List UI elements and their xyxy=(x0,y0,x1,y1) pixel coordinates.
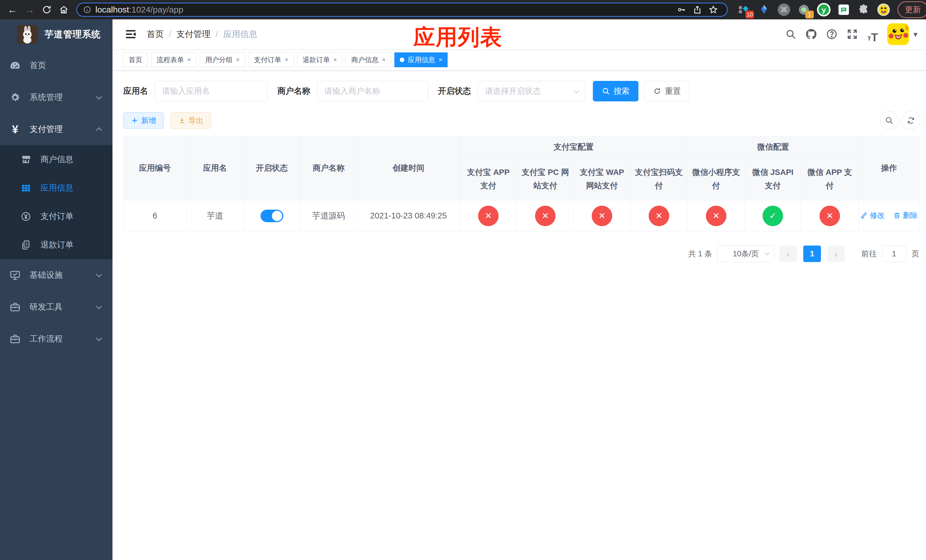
browser-home-button[interactable] xyxy=(55,2,72,17)
app-name-input[interactable] xyxy=(155,81,268,101)
show-search-button[interactable] xyxy=(880,111,899,130)
sidebar-item-label: 研发工具 xyxy=(30,301,63,313)
sidebar-subitem-app-info[interactable]: 应用信息 xyxy=(0,174,112,202)
github-link[interactable] xyxy=(803,26,820,42)
col-wechat-app: 微信 APP 支付 xyxy=(801,158,859,200)
sidebar-subitem-pay-order[interactable]: 支付订单 xyxy=(0,202,112,231)
browser-profile-avatar[interactable] xyxy=(875,2,892,18)
chat-icon xyxy=(837,3,850,16)
tab-refund-order[interactable]: 退款订单× xyxy=(297,52,342,67)
gear-icon xyxy=(9,92,22,103)
bookmark-star-button[interactable] xyxy=(705,3,721,16)
sidebar-item-system[interactable]: 系统管理 xyxy=(0,82,112,114)
extension-pinned-tabs[interactable]: 10 xyxy=(736,2,752,18)
extension-recorder[interactable]: 1 xyxy=(796,2,812,18)
sidebar-item-payment[interactable]: ¥ 支付管理 xyxy=(0,114,112,145)
sidebar-item-label: 退款订单 xyxy=(41,239,73,251)
close-icon[interactable]: × xyxy=(333,56,337,64)
extension-kite[interactable] xyxy=(756,2,772,18)
browser-reload-button[interactable] xyxy=(38,2,55,17)
sidebar-item-home[interactable]: 首页 xyxy=(0,50,112,82)
user-avatar[interactable] xyxy=(887,23,909,45)
sidebar-subitem-refund-order[interactable]: 退款订单 xyxy=(0,231,112,259)
hamburger-icon xyxy=(124,28,137,41)
tab-user-group[interactable]: 用户分组× xyxy=(200,52,245,67)
cell-merchant: 芋道源码 xyxy=(300,200,357,232)
download-icon xyxy=(178,117,186,124)
col-created: 创建时间 xyxy=(357,136,460,200)
cell-app-id: 6 xyxy=(124,200,186,232)
refresh-table-button[interactable] xyxy=(902,111,920,130)
extension-y-green[interactable]: y xyxy=(816,2,832,18)
next-page-button[interactable]: › xyxy=(827,245,845,262)
merchant-name-input[interactable] xyxy=(317,81,428,101)
red-annotation-title: 应用列表 xyxy=(413,23,502,52)
main-content: 应用名 商户名称 开启状态 请选择开启状态 搜索 重置 新增 导出 xyxy=(112,71,926,560)
browser-back-button[interactable]: ← xyxy=(4,2,21,17)
search-button[interactable]: 搜索 xyxy=(593,81,639,101)
filter-form: 应用名 商户名称 开启状态 请选择开启状态 搜索 重置 xyxy=(123,81,920,101)
refresh-icon xyxy=(653,87,661,95)
close-icon[interactable]: × xyxy=(285,56,289,64)
extensions-puzzle-menu[interactable] xyxy=(855,2,872,18)
help-doc-button[interactable] xyxy=(823,26,840,42)
sidebar-item-label: 基础设施 xyxy=(30,269,63,281)
site-info-icon[interactable] xyxy=(83,5,91,14)
search-icon xyxy=(602,87,610,95)
pay-order-icon xyxy=(20,211,32,222)
export-button[interactable]: 导出 xyxy=(171,112,211,129)
add-button[interactable]: 新增 xyxy=(123,112,164,129)
enabled-toggle[interactable] xyxy=(260,210,283,222)
active-dot xyxy=(400,58,404,62)
status-select[interactable]: 请选择开启状态 xyxy=(478,81,586,101)
page-size-select[interactable]: 10条/页 xyxy=(717,245,774,262)
col-alipay-wap: 支付宝 WAP 网站支付 xyxy=(574,158,631,200)
fullscreen-button[interactable] xyxy=(844,26,861,42)
cell-app-name: 芋道 xyxy=(186,200,244,232)
tab-merchant-info[interactable]: 商户信息× xyxy=(346,52,391,67)
close-icon[interactable]: × xyxy=(382,56,386,64)
edit-link[interactable]: 修改 xyxy=(860,210,885,221)
chevron-down-icon xyxy=(573,88,579,94)
browser-update-button[interactable]: 更新 xyxy=(897,2,926,18)
fullscreen-icon xyxy=(846,28,858,40)
breadcrumb-payment[interactable]: 支付管理 xyxy=(176,29,210,40)
goto-page-input[interactable] xyxy=(882,245,906,262)
header-search-button[interactable] xyxy=(782,26,799,42)
prev-page-button[interactable]: ‹ xyxy=(779,245,797,262)
col-alipay-app: 支付宝 APP 支付 xyxy=(460,158,517,200)
app-table: 应用编号 应用名 开启状态 商户名称 创建时间 支付宝配置 微信配置 操作 支付… xyxy=(123,136,920,232)
tab-app-info[interactable]: 应用信息× xyxy=(394,52,448,67)
extension-badge: 10 xyxy=(746,11,754,18)
password-key-button[interactable] xyxy=(673,3,689,16)
status-alipay-qr: ✕ xyxy=(649,206,669,226)
close-icon[interactable]: × xyxy=(188,56,191,64)
sidebar-collapse-button[interactable] xyxy=(123,26,139,42)
sidebar-item-dev-tools[interactable]: 研发工具 xyxy=(0,291,112,323)
sidebar-item-workflow[interactable]: 工作流程 xyxy=(0,323,112,355)
col-wechat-jsapi: 微信 JSAPI 支付 xyxy=(745,158,801,200)
address-bar[interactable]: localhost:1024/pay/app xyxy=(76,3,728,17)
sidebar-subitem-merchant-info[interactable]: 商户信息 xyxy=(0,145,112,174)
status-alipay-app: ✕ xyxy=(478,206,499,226)
browser-forward-button[interactable]: → xyxy=(21,2,38,17)
share-button[interactable] xyxy=(689,3,705,16)
reset-button[interactable]: 重置 xyxy=(644,81,690,101)
group-alipay-config: 支付宝配置 xyxy=(460,136,688,158)
delete-link[interactable]: 删除 xyxy=(893,210,918,221)
sidebar: 芋道管理系统 首页 系统管理 ¥ 支付管理 商户信息 应用信息 xyxy=(0,20,112,560)
tab-process-form[interactable]: 流程表单× xyxy=(151,52,197,67)
avatar-caret-icon[interactable]: ▾ xyxy=(914,30,917,39)
status-wechat-app: ✕ xyxy=(820,206,840,226)
tab-home[interactable]: 首页 xyxy=(123,52,148,67)
font-size-button[interactable]: тT xyxy=(864,26,881,42)
breadcrumb-home[interactable]: 首页 xyxy=(147,29,164,40)
tab-pay-order[interactable]: 支付订单× xyxy=(248,52,294,67)
refund-docs-icon xyxy=(20,239,32,250)
page-number-1[interactable]: 1 xyxy=(803,245,821,262)
close-icon[interactable]: × xyxy=(236,56,240,64)
extension-command[interactable]: ⌘ xyxy=(776,2,792,18)
extension-chat[interactable] xyxy=(835,2,852,18)
close-icon[interactable]: × xyxy=(439,56,442,64)
sidebar-item-infrastructure[interactable]: 基础设施 xyxy=(0,259,112,291)
